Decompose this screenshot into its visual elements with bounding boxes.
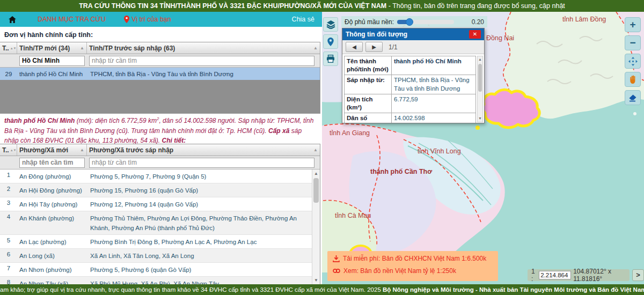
- province-filter-row: [0, 54, 320, 68]
- scroll-up-icon[interactable]: ▲: [478, 56, 482, 63]
- scale-display: 1 : 104.87012° x 11.81816°: [528, 269, 630, 281]
- popup-pager: ◀ ▶ 1/1: [342, 40, 484, 54]
- province-old-filter-input[interactable]: [89, 56, 314, 66]
- ward-table-scrollbar[interactable]: ▲ ▼: [312, 169, 320, 284]
- home-icon: [9, 16, 16, 23]
- ward-row-old-names: Xã Phú Mỹ Hưng, Xã An Phú, Xã An Nhơn Tâ…: [87, 277, 320, 284]
- ward-row-old-names: Phường 15, Phường 16 (quận Gò Vấp): [87, 183, 320, 197]
- column-header-index[interactable]: T.. ▲▼: [0, 42, 17, 54]
- view-basemap-link[interactable]: Xem: Bản đồ nền Việt Nam tỷ lệ 1:250k: [333, 267, 493, 275]
- map-pin-icon: [327, 38, 334, 46]
- nav-bar: DANH MỤC TRA CỨU Vị trí của bạn Chia sẻ: [0, 12, 322, 27]
- hand-icon: [629, 75, 637, 84]
- footer-bar: am khảo; trợ giúp quí vị tra cứu nhanh, …: [0, 284, 644, 295]
- province-row-selected[interactable]: 29 thành phố Hồ Chí Minh TPHCM, tỉnh Bà …: [0, 68, 320, 80]
- column-header-old-ward[interactable]: Phường/Xã trước sáp nhập ▲: [87, 144, 320, 156]
- ward-new-filter-input[interactable]: [19, 158, 85, 168]
- feature-info-popup: Thông tin đối tượng ✕ ◀ ▶ 1/1 Tên thành …: [342, 28, 485, 123]
- map-left-toolbar: [323, 17, 338, 66]
- scroll-down-icon[interactable]: ▼: [312, 276, 320, 284]
- map-label-an-giang: tỉnh An Giang: [330, 129, 370, 137]
- popup-row: Sáp nhập từ: TPHCM, tỉnh Bà Rịa - Vũng T…: [345, 75, 475, 94]
- sort-asc-icon: ▲: [80, 148, 84, 152]
- popup-title-bar[interactable]: Thông tin đối tượng ✕: [342, 28, 484, 40]
- ward-row-index: 3: [0, 197, 17, 206]
- opacity-value: 0.20: [472, 18, 484, 26]
- column-header-new-ward[interactable]: Phường/Xã mới ▲: [17, 144, 87, 156]
- ward-rows: 1An Đông (phường)Phường 5, Phường 7, Phư…: [0, 169, 320, 284]
- column-header-index[interactable]: T.. ▲▼: [0, 144, 17, 156]
- locate-button[interactable]: [323, 34, 338, 49]
- ward-row-old-names: Phường 5, Phường 6 (quận Gò Vấp): [87, 263, 320, 276]
- zoom-out-button[interactable]: −: [625, 35, 641, 50]
- scale-input[interactable]: [539, 271, 571, 279]
- ward-row-index: 1: [0, 169, 17, 178]
- link-icon: [333, 268, 340, 274]
- column-header-new-province[interactable]: Tỉnh/TP mới (34) ▲: [17, 42, 87, 54]
- basemap-opacity-control: Độ phủ mầu nền: 0.20: [341, 16, 487, 27]
- province-new-filter-input[interactable]: [19, 56, 85, 66]
- column-header-old-province[interactable]: Tỉnh/TP trước sáp nhập (63) ▲: [87, 42, 320, 54]
- opacity-slider-track[interactable]: [397, 20, 454, 24]
- plus-icon: +: [630, 19, 635, 31]
- scrollbar-thumb[interactable]: [478, 64, 482, 92]
- sort-asc-icon: ▲: [80, 46, 84, 50]
- home-button[interactable]: [9, 16, 19, 23]
- ward-row-index: 7: [0, 263, 17, 271]
- popup-attribute-table: Tên thành phố/tỉnh (mới) thành phố Hồ Ch…: [344, 56, 476, 123]
- ward-row-old-names: Phường Bình Trị Đông B, Phường An Lạc A,…: [87, 235, 320, 248]
- ward-row-old-names: Phường 12, Phường 14 (quận Gò Vấp): [87, 197, 320, 211]
- sort-asc-icon: ▲: [313, 46, 318, 50]
- next-feature-button[interactable]: ▶: [365, 42, 383, 52]
- ward-row[interactable]: 5An Lạc (phường)Phường Bình Trị Đông B, …: [0, 235, 320, 249]
- page-subtitle: - Thông tin, bản đồ trên trang đang được…: [386, 2, 565, 10]
- ward-row-new-name: An Đông (phường): [17, 169, 87, 183]
- erase-button[interactable]: [625, 90, 641, 105]
- map-label-can-tho: thành phố Cần Thơ: [370, 168, 432, 175]
- scale-prefix: 1 :: [531, 268, 537, 283]
- ward-old-filter-input[interactable]: [89, 158, 314, 168]
- close-icon: ✕: [473, 31, 477, 37]
- drag-hand-button[interactable]: [625, 72, 641, 87]
- layers-button[interactable]: [323, 17, 338, 32]
- ward-row-index: 5: [0, 235, 17, 244]
- ward-row-old-names: Phường 5, Phường 7, Phường 9 (Quận 5): [87, 169, 320, 183]
- pan-mode-button[interactable]: [625, 54, 641, 69]
- share-button[interactable]: Chia sẻ: [292, 16, 314, 23]
- ward-row-new-name: An Hội Đông (phường): [17, 183, 87, 197]
- scale-coordinate-bar: 1 : 104.87012° x 11.81816° >: [528, 269, 644, 281]
- scroll-up-icon[interactable]: ▲: [312, 169, 320, 178]
- scrollbar-thumb[interactable]: [313, 178, 319, 203]
- layers-icon: [326, 20, 335, 29]
- move-icon: [628, 57, 638, 66]
- close-button[interactable]: ✕: [469, 30, 481, 39]
- page-title: TRA CỨU THÔNG TIN 34 TỈNH/THÀNH PHỐ VÀ 3…: [79, 2, 386, 10]
- ward-row[interactable]: 8An Nhơn Tây (xã)Xã Phú Mỹ Hưng, Xã An P…: [0, 277, 320, 284]
- ward-row[interactable]: 2An Hội Đông (phường)Phường 15, Phường 1…: [0, 183, 320, 197]
- download-link[interactable]: Tải miễn phí: Bản đồ CHXHCN Việt Nam 1:6…: [333, 255, 493, 262]
- popup-scrollbar[interactable]: ▲ ▼: [477, 56, 483, 122]
- prev-feature-button[interactable]: ◀: [346, 42, 363, 52]
- print-button[interactable]: [323, 51, 338, 66]
- expand-button[interactable]: >: [632, 269, 644, 281]
- ward-row-new-name: An Khánh (phường): [17, 211, 87, 225]
- ward-row[interactable]: 3An Hội Tây (phường)Phường 12, Phường 14…: [0, 197, 320, 211]
- nav-item-menu[interactable]: DANH MỤC TRA CỨU: [38, 16, 106, 23]
- ward-row[interactable]: 7An Nhơn (phường)Phường 5, Phường 6 (quậ…: [0, 263, 320, 277]
- ward-row-old-names: Phường Thủ Thiêm, Phường An Lợi Đông, Ph…: [87, 211, 320, 234]
- prev-icon: ◀: [352, 44, 356, 50]
- opacity-label: Độ phủ mầu nền:: [345, 18, 394, 26]
- cursor-coordinates: 104.87012° x 11.81816°: [573, 268, 626, 283]
- popup-body: Tên thành phố/tỉnh (mới) thành phố Hồ Ch…: [342, 54, 484, 123]
- ward-table: T.. ▲▼ Phường/Xã mới ▲ Phường/Xã trước s…: [0, 144, 320, 284]
- nav-item-location[interactable]: Vị trí của bạn: [124, 16, 171, 23]
- ward-row[interactable]: 4An Khánh (phường)Phường Thủ Thiêm, Phườ…: [0, 211, 320, 235]
- ward-row[interactable]: 6An Long (xã)Xã An Linh, Xã Tân Long, Xã…: [0, 249, 320, 263]
- ward-row-new-name: An Nhơn (phường): [17, 263, 87, 276]
- zoom-in-button[interactable]: +: [625, 17, 641, 32]
- opacity-slider-knob[interactable]: [406, 18, 413, 26]
- ward-row-index: 6: [0, 249, 17, 257]
- download-icon: [333, 255, 340, 262]
- ward-row[interactable]: 1An Đông (phường)Phường 5, Phường 7, Phư…: [0, 169, 320, 183]
- scroll-down-icon[interactable]: ▼: [478, 115, 482, 122]
